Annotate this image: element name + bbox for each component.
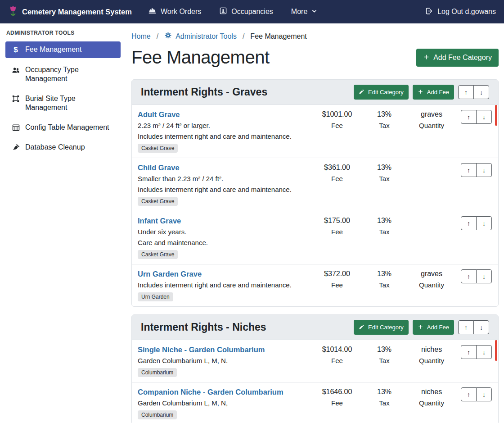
sidebar-item-database-cleanup[interactable]: Database Cleanup <box>5 139 121 155</box>
category-reorder-group: ↑ ↓ <box>458 320 489 334</box>
sidebar-item-fee-management[interactable]: $ Fee Management <box>5 41 121 58</box>
logout-link[interactable]: Log Out d.gowans <box>425 7 496 17</box>
plus-icon <box>418 324 423 331</box>
card-scrollbar-thumb[interactable] <box>495 340 497 361</box>
sidebar-item-label: Burial Site Type Management <box>25 94 111 112</box>
broom-icon <box>11 143 21 152</box>
sidebar-item-label: Config Table Management <box>25 123 111 132</box>
button-label: Edit Category <box>368 89 404 95</box>
fee-quantity-column: niches Quantity <box>407 387 456 407</box>
fee-reorder-group: ↑ ↓ <box>461 345 492 359</box>
fee-quantity-value: niches <box>407 387 456 396</box>
move-fee-up-button[interactable]: ↑ <box>461 110 477 124</box>
fee-name-link[interactable]: Companion Niche - Garden Columbarium <box>138 387 284 396</box>
fee-type-badge: Columbarium <box>138 368 177 377</box>
fee-amount-label: Fee <box>312 122 362 130</box>
nav-work-orders[interactable]: Work Orders <box>148 7 201 17</box>
move-category-down-button[interactable]: ↓ <box>473 85 489 99</box>
move-fee-down-button[interactable]: ↓ <box>476 387 492 401</box>
fee-row: Urn Garden Grave Includes interment righ… <box>132 264 498 306</box>
move-category-up-button[interactable]: ↑ <box>458 85 474 99</box>
fee-info: Urn Garden Grave Includes interment righ… <box>138 269 308 301</box>
tulip-logo-icon <box>8 5 18 18</box>
fee-name-link[interactable]: Child Grave <box>138 163 180 172</box>
category-title: Interment Rights - Niches <box>141 321 350 333</box>
fee-tax-label: Tax <box>366 399 402 407</box>
fee-info: Child Grave Smaller than 2.23 m² / 24 ft… <box>138 163 308 206</box>
page-header: Fee Management Add Fee Category <box>131 47 499 68</box>
move-fee-up-button[interactable]: ↑ <box>461 163 477 177</box>
fee-tax-label: Tax <box>366 122 402 130</box>
fee-reorder-group: ↑ ↓ <box>461 163 492 177</box>
move-fee-up-button[interactable]: ↑ <box>461 216 477 230</box>
fee-description: Smaller than 2.23 m² / 24 ft². <box>138 175 308 183</box>
sidebar-item-burial-site-type[interactable]: Burial Site Type Management <box>5 91 121 116</box>
fee-tax-value: 13% <box>366 387 402 396</box>
fee-reorder-group: ↑ ↓ <box>461 216 492 230</box>
chevron-down-icon <box>311 8 317 16</box>
move-fee-up-button[interactable]: ↑ <box>461 345 477 359</box>
move-fee-down-button[interactable]: ↓ <box>476 110 492 124</box>
fee-quantity-label: Quantity <box>407 357 456 365</box>
fee-tax-label: Tax <box>366 228 402 236</box>
fee-name-link[interactable]: Infant Grave <box>138 216 181 225</box>
sidebar-item-config-table[interactable]: Config Table Management <box>5 119 121 136</box>
app-brand[interactable]: Cemetery Management System <box>8 5 132 18</box>
breadcrumb-label: Administrator Tools <box>176 32 237 41</box>
fee-amount-label: Fee <box>312 175 362 183</box>
move-fee-down-button[interactable]: ↓ <box>476 345 492 359</box>
fee-amount-label: Fee <box>312 281 362 289</box>
page-title: Fee Management <box>131 47 270 68</box>
move-fee-down-button[interactable]: ↓ <box>476 163 492 177</box>
breadcrumb-home[interactable]: Home <box>131 32 151 41</box>
breadcrumb-admin-tools[interactable]: Administrator Tools <box>164 32 237 41</box>
fee-name-link[interactable]: Single Niche - Garden Columbarium <box>138 345 265 354</box>
fee-category-card-niches: Interment Rights - Niches Edit Category … <box>131 314 499 423</box>
fee-amount-value: $1001.00 <box>312 110 362 119</box>
fee-tax-column: 13% Tax <box>366 387 402 407</box>
fee-row: Companion Niche - Garden Columbarium Gar… <box>132 382 498 423</box>
nav-occupancies[interactable]: Occupancies <box>219 7 273 17</box>
logout-icon <box>425 7 433 17</box>
fee-amount-value: $175.00 <box>312 216 362 225</box>
move-category-up-button[interactable]: ↑ <box>458 320 474 334</box>
edit-category-button[interactable]: Edit Category <box>354 320 409 335</box>
fee-description: Includes interment right and care and ma… <box>138 132 308 141</box>
sidebar-item-label: Fee Management <box>25 45 111 54</box>
fee-amount-column: $1014.00 Fee <box>312 345 362 365</box>
fee-tax-column: 13% Tax <box>366 345 402 365</box>
main-content: Home / Administrator Tools / Fee Ma <box>126 23 504 423</box>
fee-description: Includes interment right and care and ma… <box>138 186 308 194</box>
fee-amount-label: Fee <box>312 399 362 407</box>
plus-icon <box>418 89 423 96</box>
fee-amount-label: Fee <box>312 228 362 236</box>
fee-name-link[interactable]: Adult Grave <box>138 110 180 119</box>
move-fee-down-button[interactable]: ↓ <box>476 269 492 283</box>
fee-amount-value: $1014.00 <box>312 345 362 354</box>
category-title: Interment Rights - Graves <box>141 86 350 98</box>
plus-icon <box>423 54 430 62</box>
button-label: Add Fee <box>427 324 449 330</box>
fee-type-badge: Casket Grave <box>138 197 178 206</box>
fee-type-badge: Casket Grave <box>138 144 178 153</box>
edit-category-button[interactable]: Edit Category <box>354 85 409 100</box>
move-fee-up-button[interactable]: ↑ <box>461 269 477 283</box>
move-fee-up-button[interactable]: ↑ <box>461 387 477 401</box>
add-fee-button[interactable]: Add Fee <box>413 85 454 100</box>
sidebar-item-occupancy-type[interactable]: Occupancy Type Management <box>5 62 121 87</box>
fee-tax-column: 13% Tax <box>366 163 402 183</box>
move-category-down-button[interactable]: ↓ <box>473 320 489 334</box>
add-fee-category-button[interactable]: Add Fee Category <box>416 49 499 67</box>
fee-amount-column: $175.00 Fee <box>312 216 362 236</box>
breadcrumb-current: Fee Management <box>250 32 306 41</box>
button-label: Add Fee <box>427 89 449 95</box>
sidebar-item-label: Occupancy Type Management <box>25 65 111 83</box>
fee-name-link[interactable]: Urn Garden Grave <box>138 269 202 278</box>
fee-tax-value: 13% <box>366 163 402 172</box>
add-fee-button[interactable]: Add Fee <box>413 320 454 335</box>
fee-tax-label: Tax <box>366 357 402 365</box>
nav-more[interactable]: More <box>291 8 317 16</box>
card-scrollbar-thumb[interactable] <box>495 105 497 126</box>
move-fee-down-button[interactable]: ↓ <box>476 216 492 230</box>
fee-description: Under six years. <box>138 228 308 236</box>
